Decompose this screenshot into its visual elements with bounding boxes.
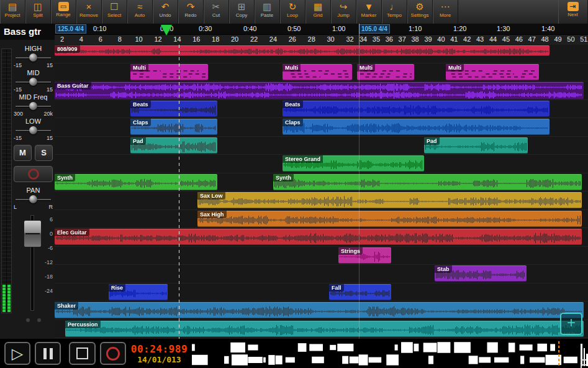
toolbar-item-project[interactable]: ▤Project	[0, 0, 25, 24]
dot	[37, 318, 41, 322]
fader-scale-label: -12	[45, 259, 53, 274]
toolbar-item-label: Paste	[261, 12, 273, 19]
play-icon: ▷	[12, 346, 23, 361]
clip-elec-guitar[interactable]: Elec Guitar	[55, 229, 582, 245]
pan-slider-thumb[interactable]	[29, 195, 37, 203]
toolbar-item-copy[interactable]: ⊞Copy	[229, 0, 255, 24]
toolbar-item-marker[interactable]: ▼Marker	[356, 0, 382, 24]
mid-slider-thumb[interactable]	[29, 78, 37, 86]
clip-synth[interactable]: Synth	[273, 174, 582, 190]
toolbar-item-redo[interactable]: ↷Redo	[178, 0, 204, 24]
pause-button[interactable]	[35, 342, 61, 365]
knob-label: HIGH	[13, 45, 53, 53]
clip-sax-high[interactable]: Sax High	[197, 211, 582, 227]
ruler-bar-label: 14	[173, 35, 181, 43]
clip-bass-guitar[interactable]: Bass Guitar	[55, 82, 584, 99]
knob-label: MID Freq	[13, 93, 53, 101]
ruler-bar-label: 12	[154, 35, 161, 43]
ruler-bar-label: 18	[212, 35, 219, 43]
arm-record-button[interactable]	[14, 166, 53, 182]
clip-pad[interactable]: Pad	[424, 137, 528, 154]
clip-label: 808/909	[55, 45, 80, 53]
toolbar-item-grid[interactable]: ▦Grid	[305, 0, 331, 24]
clip-multi[interactable]: Multi	[283, 64, 352, 80]
high-slider-thumb[interactable]	[29, 53, 37, 62]
clip-percussion[interactable]: Percussion	[65, 321, 584, 337]
ruler-bar-label: 26	[289, 35, 296, 43]
clip-multi[interactable]: Multi	[130, 64, 208, 80]
clip-multi[interactable]: Multi	[446, 64, 539, 80]
solo-button[interactable]: S	[35, 145, 53, 161]
toolbar-item-auto[interactable]: ≈Auto	[127, 0, 153, 24]
toolbar-item-select[interactable]: ☐Select	[102, 0, 127, 24]
clip-waveform	[55, 229, 582, 245]
toolbar-item-paste[interactable]: ▥Paste	[255, 0, 280, 24]
clip-label: Multi	[130, 64, 148, 71]
ruler-time-label: 0:40	[243, 25, 256, 32]
ruler-time-label: 1:20	[453, 25, 466, 32]
knob-label: LOW	[13, 117, 53, 126]
clip-808-909[interactable]: 808/909	[55, 45, 550, 56]
pan-slider[interactable]	[16, 195, 51, 204]
timeline-ruler[interactable]: 125.0 4/4105.0 4/40:100:200:300:400:501:…	[55, 24, 588, 45]
toolbar-item-undo[interactable]: ↶Undo	[153, 0, 178, 24]
clip-label: Synth	[55, 174, 75, 182]
toolbar-item-next[interactable]: ⇥ Next	[558, 0, 588, 24]
clip-rise[interactable]: Rise	[109, 284, 168, 300]
clip-strings[interactable]: Strings	[338, 247, 391, 264]
play-button[interactable]: ▷	[4, 342, 30, 365]
clip-multi[interactable]: Multi	[357, 64, 414, 80]
clip-synth[interactable]: Synth	[55, 174, 217, 190]
clip-sax-low[interactable]: Sax Low	[197, 192, 582, 208]
toolbar-item-settings[interactable]: ⚙Settings	[407, 0, 433, 24]
remove-icon: ×	[86, 1, 92, 12]
ruler-bar-label: 30	[327, 35, 334, 43]
ruler-time-row: 125.0 4/4105.0 4/40:100:200:300:400:501:…	[55, 24, 588, 34]
selected-track-name[interactable]: Bass gtr	[0, 24, 55, 40]
clip-fall[interactable]: Fall	[329, 284, 391, 300]
knob-min-label: -15	[14, 86, 22, 93]
ruler-bar-label: 37	[399, 35, 406, 43]
toolbar-item-jump[interactable]: ↪Jump	[331, 0, 356, 24]
clip-beats[interactable]: Beats	[130, 101, 217, 117]
toolbar: ▤Project◫Split▭Range×Remove☐Select≈Auto↶…	[0, 0, 588, 24]
ruler-bar-label: 38	[411, 35, 418, 43]
song-overview[interactable]	[191, 341, 577, 366]
toolbar-item-cut[interactable]: ✂Cut	[204, 0, 229, 24]
record-button[interactable]	[100, 342, 126, 365]
fader-handle[interactable]	[24, 220, 42, 247]
mid-freq-slider[interactable]	[16, 101, 51, 111]
mute-button[interactable]: M	[14, 145, 32, 161]
clip-beats[interactable]: Beats	[283, 101, 550, 117]
low-slider[interactable]	[16, 126, 51, 135]
low-slider-thumb[interactable]	[29, 126, 37, 134]
clip-stab[interactable]: Stab	[435, 265, 527, 282]
toolbar-item-more[interactable]: ⋯More	[433, 0, 458, 24]
clip-stereo-grand[interactable]: Stereo Grand	[283, 155, 424, 172]
ruler-bar-label: 16	[192, 35, 200, 43]
clip-pad[interactable]: Pad	[130, 137, 217, 154]
toolbar-item-split[interactable]: ◫Split	[25, 0, 51, 24]
knob-high: HIGH-1515	[13, 45, 53, 69]
clip-label: Rise	[109, 284, 125, 292]
add-track-button[interactable]: +	[560, 313, 582, 335]
toolbar-item-tempo[interactable]: ♩Tempo	[382, 0, 407, 24]
clip-label: Pad	[130, 137, 146, 145]
toolbar-item-loop[interactable]: ↻Loop	[280, 0, 305, 24]
toolbar-item-range[interactable]: ▭Range	[51, 0, 76, 24]
playhead-marker[interactable]	[161, 25, 172, 35]
mid-slider[interactable]	[16, 77, 51, 86]
clip-shaker[interactable]: Shaker	[55, 302, 584, 318]
ruler-time-label: 0:10	[93, 25, 106, 32]
mid-freq-slider-thumb[interactable]	[29, 102, 37, 110]
clip-claps[interactable]: Claps	[130, 119, 217, 135]
pan-left-label: L	[14, 204, 17, 211]
toolbar-item-remove[interactable]: ×Remove	[76, 0, 102, 24]
eq-section: HIGH-1515MID-1515MID Freq30020kLOW-1515 …	[13, 45, 53, 322]
stop-button[interactable]	[69, 342, 95, 365]
pan-right-label: R	[49, 204, 53, 211]
clip-claps[interactable]: Claps	[283, 119, 550, 135]
toolbar-item-label: Range	[56, 12, 71, 18]
high-slider[interactable]	[16, 53, 51, 62]
clip-label: Multi	[357, 64, 375, 71]
